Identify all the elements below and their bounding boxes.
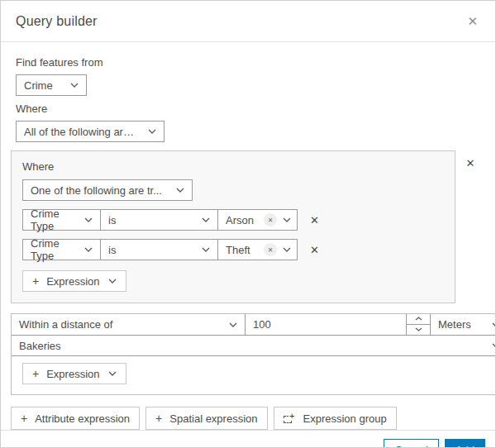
group-where-label: Where <box>22 160 444 173</box>
condition-row: Crime Type is Arson ✕ ✕ <box>22 209 444 231</box>
spatial-expression-label: Spatial expression <box>169 412 257 425</box>
remove-group-icon[interactable]: ✕ <box>465 156 477 170</box>
dialog-header: Query builder ✕ <box>1 1 495 42</box>
add-expression-button[interactable]: + Expression <box>22 270 126 292</box>
operator-select-value: is <box>108 244 116 256</box>
chevron-down-icon <box>70 83 79 88</box>
chevron-down-icon <box>148 129 156 134</box>
chevron-down-icon <box>202 217 210 222</box>
chevron-down-icon <box>492 343 496 348</box>
spatial-layer-select[interactable]: Bakeries <box>12 336 496 356</box>
spatial-relation-value: Within a distance of <box>19 318 112 331</box>
spatial-expression-button[interactable]: + Spatial expression <box>145 407 267 430</box>
clear-value-icon[interactable]: ✕ <box>264 243 277 256</box>
field-select[interactable]: Crime Type <box>22 239 101 260</box>
value-combobox[interactable]: Arson ✕ <box>217 209 298 231</box>
distance-input-wrap <box>246 314 431 335</box>
attribute-expression-label: Attribute expression <box>35 412 130 425</box>
operator-select-value: is <box>108 214 116 226</box>
chevron-down-icon <box>84 247 93 252</box>
chevron-up-icon <box>415 317 422 321</box>
stepper-up-button[interactable] <box>407 314 430 325</box>
field-select[interactable]: Crime Type <box>22 209 101 231</box>
operator-select[interactable]: is <box>100 239 218 260</box>
chevron-down-icon <box>492 322 496 327</box>
combine-operator-value: All of the following are true <box>24 126 140 138</box>
distance-input[interactable] <box>246 314 406 335</box>
chevron-down-icon <box>229 322 237 327</box>
clear-value-icon[interactable]: ✕ <box>264 213 277 226</box>
layer-select[interactable]: Crime <box>16 74 87 96</box>
cancel-button[interactable]: Cancel <box>384 439 438 448</box>
expression-group-icon: + <box>284 414 294 423</box>
remove-condition-icon[interactable]: ✕ <box>308 243 321 257</box>
layer-select-value: Crime <box>24 79 53 92</box>
dialog-body: Find features from Crime Where All of th… <box>1 42 495 430</box>
plus-icon: + <box>155 412 162 425</box>
operator-select[interactable]: is <box>100 209 218 231</box>
close-icon[interactable]: ✕ <box>465 13 480 29</box>
where-label: Where <box>16 102 485 115</box>
plus-icon: + <box>21 412 27 425</box>
chevron-down-icon <box>108 279 117 284</box>
add-expression-button[interactable]: + Expression <box>22 363 126 384</box>
chevron-down-icon <box>176 188 184 193</box>
stepper-down-button[interactable] <box>407 325 430 336</box>
distance-stepper <box>406 314 430 335</box>
field-select-value: Crime Type <box>31 207 76 232</box>
chevron-down-icon <box>415 327 422 331</box>
add-clause-actions: + Attribute expression + Spatial express… <box>11 407 485 430</box>
unit-select[interactable]: Meters <box>431 314 496 335</box>
spatial-footer: + Expression <box>12 356 496 394</box>
dialog-footer: Cancel Add <box>1 430 495 448</box>
group-combine-value: One of the following are tr... <box>31 184 162 197</box>
add-button[interactable]: Add <box>445 439 485 448</box>
condition-row: Crime Type is Theft ✕ ✕ <box>22 239 444 260</box>
spatial-layer-value: Bakeries <box>19 340 61 352</box>
combine-operator-select[interactable]: All of the following are true <box>16 121 165 142</box>
field-select-value: Crime Type <box>31 237 76 262</box>
expression-group-row: Where One of the following are tr... Cri… <box>11 150 485 303</box>
value-combobox-value: Arson <box>226 214 254 226</box>
expression-group-box: Where One of the following are tr... Cri… <box>11 150 455 303</box>
remove-condition-icon[interactable]: ✕ <box>308 213 321 227</box>
chevron-down-icon <box>108 371 117 376</box>
find-features-label: Find features from <box>16 56 485 69</box>
plus-icon: + <box>32 367 39 380</box>
remove-column: ✕ <box>455 150 485 170</box>
value-combobox[interactable]: Theft ✕ <box>217 239 298 260</box>
chevron-down-icon <box>202 247 210 252</box>
expression-group-label: Expression group <box>303 412 387 425</box>
group-combine-select[interactable]: One of the following are tr... <box>22 179 193 201</box>
unit-select-value: Meters <box>438 318 471 331</box>
value-combobox-value: Theft <box>226 244 250 256</box>
spatial-relation-select[interactable]: Within a distance of <box>12 314 246 335</box>
add-expression-label: Expression <box>46 275 99 288</box>
spatial-expression-row: Within a distance of <box>11 313 485 395</box>
spatial-relation-row: Within a distance of <box>12 314 496 336</box>
chevron-down-icon <box>84 217 93 222</box>
spatial-expression-box: Within a distance of <box>11 313 496 395</box>
attribute-expression-button[interactable]: + Attribute expression <box>11 407 140 430</box>
plus-icon: + <box>32 274 39 288</box>
add-expression-label: Expression <box>46 368 99 380</box>
chevron-down-icon <box>283 247 291 252</box>
expression-group-button[interactable]: + Expression group <box>274 407 397 430</box>
query-builder-dialog: Query builder ✕ Find features from Crime… <box>0 0 496 448</box>
dialog-title: Query builder <box>16 14 98 29</box>
chevron-down-icon <box>283 217 291 222</box>
